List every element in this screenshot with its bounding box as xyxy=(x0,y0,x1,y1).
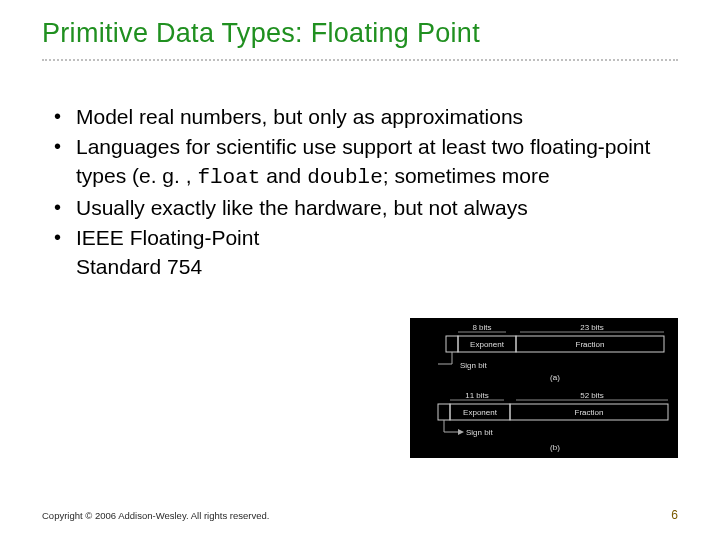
diag-bot-exponent: Exponent xyxy=(463,408,498,417)
bullet-3: Usually exactly like the hardware, but n… xyxy=(54,194,662,222)
diag-bot-fraction: Fraction xyxy=(575,408,604,417)
copyright-text: Copyright © 2006 Addison-Wesley. All rig… xyxy=(42,510,269,521)
svg-rect-0 xyxy=(410,318,678,458)
bullet-2-text-c: ; sometimes more xyxy=(383,164,550,187)
bullet-4: IEEE Floating-Point Standard 754 xyxy=(54,224,662,281)
diag-bot-signbit: Sign bit xyxy=(466,428,493,437)
diag-top-bits-right: 23 bits xyxy=(580,323,604,332)
diag-bot-bits-right: 52 bits xyxy=(580,391,604,400)
bullet-1: Model real numbers, but only as approxim… xyxy=(54,103,662,131)
diag-caption-a: (a) xyxy=(550,373,560,382)
bullet-4-line1: IEEE Floating-Point xyxy=(76,226,259,249)
bullet-4-line2: Standard 754 xyxy=(76,255,202,278)
diag-top-signbit: Sign bit xyxy=(460,361,487,370)
ieee-754-diagram: 8 bits 23 bits Exponent Fraction Sign bi… xyxy=(410,318,678,458)
diag-top-exponent: Exponent xyxy=(470,340,505,349)
bullet-list: Model real numbers, but only as approxim… xyxy=(42,103,662,281)
bullet-2: Languages for scientific use support at … xyxy=(54,133,662,192)
diag-bot-bits-left: 11 bits xyxy=(465,391,489,400)
code-double: double xyxy=(307,166,383,189)
diag-caption-b: (b) xyxy=(550,443,560,452)
title-divider xyxy=(42,59,678,61)
code-float: float xyxy=(197,166,260,189)
diag-top-bits-left: 8 bits xyxy=(472,323,491,332)
page-number: 6 xyxy=(671,508,678,522)
bullet-2-text-b: and xyxy=(260,164,307,187)
footer: Copyright © 2006 Addison-Wesley. All rig… xyxy=(42,508,678,522)
slide: Primitive Data Types: Floating Point Mod… xyxy=(0,0,720,540)
slide-title: Primitive Data Types: Floating Point xyxy=(42,18,678,49)
diag-top-fraction: Fraction xyxy=(576,340,605,349)
